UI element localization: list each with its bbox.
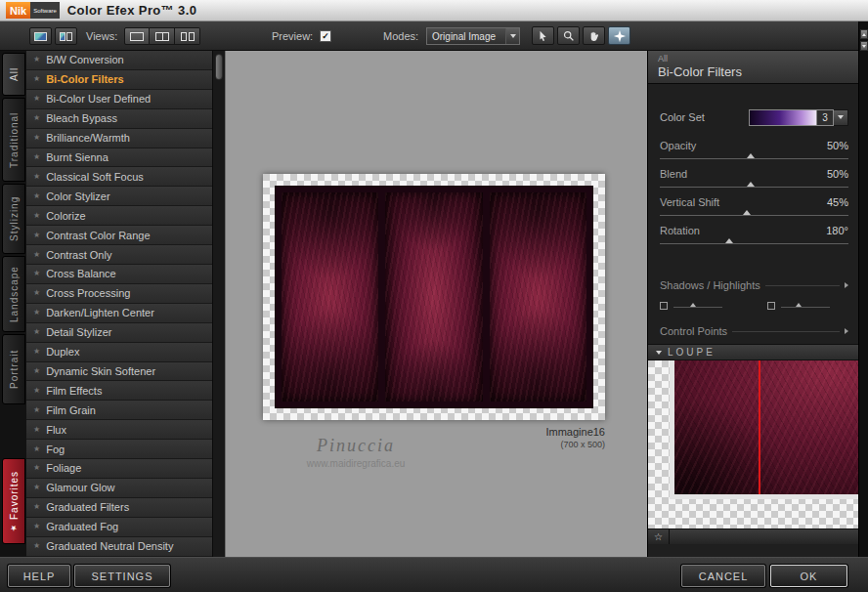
settings-button[interactable]: SETTINGS: [74, 565, 170, 587]
slider-track[interactable]: [660, 215, 848, 216]
preview-checkbox[interactable]: ✓: [320, 30, 331, 42]
split-thumbnail-icon: [60, 32, 72, 41]
scroll-up-button[interactable]: [860, 29, 868, 39]
sidebar-tab-stylizing[interactable]: Stylizing: [2, 184, 25, 254]
ok-button[interactable]: OK: [770, 565, 847, 587]
color-set-dropdown-button[interactable]: [834, 109, 848, 126]
preview-image[interactable]: [263, 174, 605, 420]
filter-item[interactable]: ★Graduated Filters: [26, 498, 212, 518]
split-thumbnail-view-button[interactable]: [55, 27, 77, 45]
favorites-star-icon: ★: [10, 523, 19, 532]
filter-item[interactable]: ★Dynamic Skin Softener: [26, 362, 212, 382]
filter-item[interactable]: ★Bi-Color Filters: [26, 70, 212, 90]
panel-scrollbar[interactable]: [858, 21, 868, 557]
filter-panel: ★B/W Conversion★Bi-Color Filters★Bi-Colo…: [26, 51, 225, 557]
filter-item[interactable]: ★Classical Soft Focus: [26, 167, 212, 187]
loupe-view[interactable]: [648, 360, 858, 529]
filter-item[interactable]: ★Graduated Neutral Density: [26, 537, 212, 557]
color-set-swatch[interactable]: [749, 109, 817, 126]
modes-dropdown[interactable]: Original Image: [426, 27, 520, 45]
zoom-tool-button[interactable]: [557, 26, 580, 45]
filter-label: Bi-Color Filters: [46, 73, 123, 85]
filter-item[interactable]: ★Foliage: [26, 459, 212, 479]
filter-star-icon: ★: [33, 406, 40, 414]
view-single-button[interactable]: [124, 27, 150, 45]
filter-item[interactable]: ★Flux: [26, 420, 212, 440]
filter-item[interactable]: ★Brilliance/Warmth: [26, 129, 212, 148]
filter-item[interactable]: ★Burnt Sienna: [26, 148, 212, 168]
chevron-down-icon[interactable]: [505, 28, 519, 44]
shadows-handle[interactable]: [660, 302, 668, 310]
filter-item[interactable]: ★Glamour Glow: [26, 479, 212, 498]
filter-label: Cross Processing: [46, 287, 130, 299]
filter-item[interactable]: ★Contrast Only: [26, 245, 212, 265]
filter-list-scrollbar[interactable]: [212, 51, 225, 557]
filter-item[interactable]: ★Cross Processing: [26, 284, 212, 304]
loupe-header[interactable]: LOUPE: [648, 344, 858, 360]
view-side-by-side-button[interactable]: [175, 27, 200, 45]
watermark: Pinuccia www.maidiregrafica.eu: [258, 436, 454, 469]
filter-star-icon: ★: [33, 523, 40, 530]
shadows-highlights-label: Shadows / Highlights: [660, 279, 760, 291]
highlights-mini-slider[interactable]: [767, 301, 830, 313]
cancel-button[interactable]: CANCEL: [681, 565, 765, 587]
collapse-icon[interactable]: [656, 351, 662, 355]
filter-item[interactable]: ★Film Grain: [26, 401, 212, 420]
filter-item[interactable]: ★Colorize: [26, 206, 212, 226]
filter-item[interactable]: ★Fog: [26, 440, 212, 459]
filter-star-icon: ★: [33, 289, 40, 297]
sidebar-tab-portrait[interactable]: Portrait: [2, 334, 25, 404]
filter-item[interactable]: ★Detail Stylizer: [26, 323, 212, 343]
view-split-button[interactable]: [150, 27, 175, 45]
highlights-handle[interactable]: [767, 302, 775, 310]
slider-vertical-shift: Vertical Shift45%: [660, 193, 848, 222]
add-favorite-button[interactable]: ☆: [648, 529, 670, 544]
filter-item[interactable]: ★Bi-Color User Defined: [26, 90, 212, 109]
slider-track[interactable]: [660, 187, 848, 188]
preview-area: Immagine16 (700 x 500) Pinuccia www.maid…: [225, 51, 647, 557]
slider-handle[interactable]: [743, 210, 751, 215]
control-points-label: Control Points: [660, 325, 727, 337]
filter-item[interactable]: ★Cross Balance: [26, 265, 212, 284]
filter-star-icon: ★: [33, 270, 40, 277]
filter-item[interactable]: ★Contrast Color Range: [26, 226, 212, 245]
filter-label: Glamour Glow: [46, 482, 114, 493]
filter-item[interactable]: ★Darken/Lighten Center: [26, 304, 212, 323]
sidebar-tab-favorites[interactable]: ★Favorites: [2, 458, 25, 544]
help-button[interactable]: HELP: [8, 565, 70, 587]
filter-item[interactable]: ★Bleach Bypass: [26, 109, 212, 129]
sidebar-tab-traditional[interactable]: Traditional: [2, 98, 25, 182]
slider-handle[interactable]: [725, 238, 733, 243]
filter-star-icon: ★: [33, 232, 40, 239]
filter-item[interactable]: ★Film Effects: [26, 381, 212, 401]
filter-star-icon: ★: [33, 464, 40, 472]
scrollbar-thumb[interactable]: [215, 54, 223, 80]
sidebar-tab-landscape[interactable]: Landscape: [2, 256, 25, 332]
expand-arrow-icon[interactable]: [845, 282, 848, 288]
sidebar-tab-all[interactable]: All: [2, 53, 25, 96]
slider-handle[interactable]: [747, 182, 755, 187]
slider-track[interactable]: [660, 158, 848, 159]
slider-rotation: Rotation180°: [660, 222, 848, 250]
scroll-down-button[interactable]: [860, 41, 868, 51]
filter-star-icon: ★: [33, 542, 40, 550]
filter-label: Film Grain: [46, 404, 96, 416]
filter-item[interactable]: ★B/W Conversion: [26, 51, 212, 70]
expand-arrow-icon[interactable]: [845, 328, 848, 334]
single-image-view-button[interactable]: [29, 27, 52, 45]
slider-track[interactable]: [660, 243, 848, 244]
shadows-mini-slider[interactable]: [660, 301, 722, 313]
pan-tool-button[interactable]: [583, 26, 605, 45]
select-tool-button[interactable]: [532, 26, 554, 45]
slider-handle[interactable]: [747, 153, 755, 158]
filter-item[interactable]: ★Graduated Fog: [26, 518, 212, 537]
filter-item[interactable]: ★Color Stylizer: [26, 187, 212, 206]
color-set-value: 3: [817, 109, 834, 126]
compare-tool-button[interactable]: [608, 26, 630, 45]
slider-value: 50%: [827, 140, 848, 151]
filter-label: Graduated Fog: [46, 521, 118, 532]
filter-item[interactable]: ★Duplex: [26, 343, 212, 362]
filter-label: Film Effects: [46, 385, 102, 397]
side-tabs: AllTraditionalStylizingLandscapePortrait…: [0, 51, 26, 557]
color-set-label: Color Set: [660, 111, 705, 123]
